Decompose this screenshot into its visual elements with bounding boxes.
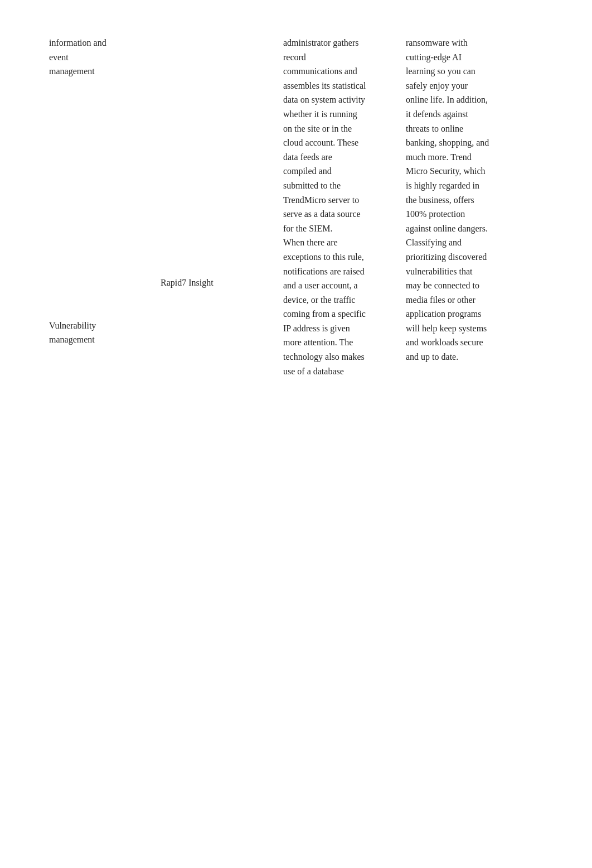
- text-line: much more. Trend: [406, 150, 520, 165]
- text-line: management: [49, 64, 152, 79]
- text-line: coming from a specific: [283, 307, 397, 321]
- text-line: media files or other: [406, 293, 520, 307]
- text-line: assembles its statistical: [283, 79, 397, 93]
- column-3: administrator gathersrecordcommunication…: [279, 33, 401, 380]
- text-line: prioritizing discovered: [406, 250, 520, 264]
- text-line: data feeds are: [283, 150, 397, 165]
- text-line: it defends against: [406, 107, 520, 122]
- text-line: against online dangers.: [406, 221, 520, 236]
- text-line: safely enjoy your: [406, 79, 520, 93]
- text-line: and up to date.: [406, 350, 520, 364]
- text-line: event: [49, 50, 152, 65]
- text-line: serve as a data source: [283, 207, 397, 221]
- text-line: compiled and: [283, 164, 397, 179]
- text-line: exceptions to this rule,: [283, 250, 397, 264]
- text-line: is highly regarded in: [406, 179, 520, 193]
- text-line: device, or the traffic: [283, 293, 397, 307]
- text-line: vulnerabilities that: [406, 264, 520, 279]
- text-line: application programs: [406, 307, 520, 321]
- text-line: on the site or in the: [283, 122, 397, 136]
- text-line: Rapid7 Insight: [161, 276, 274, 290]
- text-line: more attention. The: [283, 335, 397, 350]
- main-content-grid: information and event management Vulnera…: [45, 33, 547, 380]
- text-line: cloud account. These: [283, 136, 397, 150]
- text-line: administrator gathers: [283, 36, 397, 50]
- text-line: communications and: [283, 64, 397, 79]
- text-line: submitted to the: [283, 179, 397, 193]
- text-line: Classifying and: [406, 235, 520, 250]
- text-line: whether it is running: [283, 107, 397, 122]
- column-2: Rapid7 Insight: [156, 33, 279, 380]
- text-line: will help keep systems: [406, 321, 520, 336]
- text-line: Micro Security, which: [406, 164, 520, 179]
- column-4: ransomware withcutting-edge AIlearning s…: [401, 33, 524, 380]
- text-line: threats to online: [406, 122, 520, 136]
- text-line: notifications are raised: [283, 264, 397, 279]
- text-line: may be connected to: [406, 278, 520, 293]
- col2-block-rapid7: Rapid7 Insight: [161, 276, 274, 290]
- text-line: banking, shopping, and: [406, 136, 520, 150]
- text-line: IP address is given: [283, 321, 397, 336]
- text-line: technology also makes: [283, 350, 397, 364]
- text-line: management: [49, 332, 152, 347]
- text-line: the business, offers: [406, 193, 520, 208]
- text-line: TrendMicro server to: [283, 193, 397, 208]
- text-line: learning so you can: [406, 64, 520, 79]
- text-line: ransomware with: [406, 36, 520, 50]
- text-line: Vulnerability: [49, 319, 152, 333]
- col1-block-1: information and event management: [49, 36, 152, 79]
- text-line: use of a database: [283, 364, 397, 379]
- text-line: 100% protection: [406, 207, 520, 221]
- text-line: cutting-edge AI: [406, 50, 520, 65]
- text-line: record: [283, 50, 397, 65]
- column-1: information and event management Vulnera…: [45, 33, 156, 380]
- text-line: When there are: [283, 235, 397, 250]
- text-line: online life. In addition,: [406, 93, 520, 107]
- text-line: and workloads secure: [406, 335, 520, 350]
- text-line: information and: [49, 36, 152, 50]
- text-line: for the SIEM.: [283, 221, 397, 236]
- text-line: and a user account, a: [283, 278, 397, 293]
- text-line: data on system activity: [283, 93, 397, 107]
- col1-block-vulnerability: Vulnerability management: [49, 319, 152, 347]
